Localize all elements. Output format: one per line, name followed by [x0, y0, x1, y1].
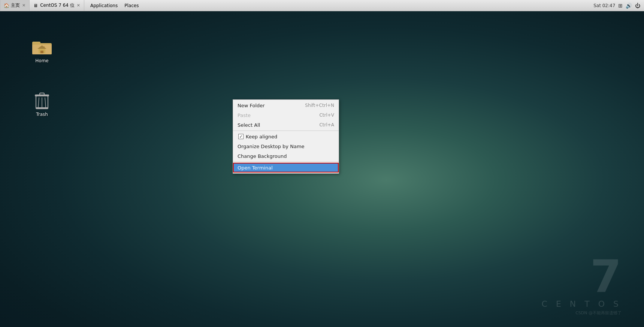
clock: Sat 02:47: [593, 3, 615, 8]
context-menu: New Folder Shift+Ctrl+N Paste Ctrl+V Sel…: [233, 99, 339, 174]
context-menu-paste: Paste Ctrl+V: [233, 110, 339, 120]
home-tab-icon: 🏠: [3, 3, 9, 9]
svg-line-10: [45, 98, 46, 107]
centos-watermark: 7 C E N T O S CSDN @不能再留遗憾了: [542, 254, 622, 316]
tab-home[interactable]: 🏠 主页 ✕: [0, 0, 30, 11]
network-icon[interactable]: ⊞: [618, 3, 623, 9]
context-menu-change-background[interactable]: Change Background: [233, 151, 339, 161]
power-icon[interactable]: ⏻: [635, 3, 640, 9]
home-folder-icon: [32, 37, 52, 57]
context-menu-open-terminal[interactable]: Open Terminal: [233, 163, 339, 172]
taskbar-menu: Applications Places: [84, 0, 145, 11]
centos-version-number: 7: [542, 254, 622, 299]
applications-menu[interactable]: Applications: [87, 2, 121, 9]
taskbar-right: Sat 02:47 ⊞ 🔊 ⏻: [590, 3, 644, 9]
context-menu-organize-desktop[interactable]: Organize Desktop by Name: [233, 141, 339, 151]
svg-rect-13: [36, 107, 48, 109]
svg-rect-5: [40, 51, 43, 53]
svg-rect-12: [40, 93, 44, 95]
svg-rect-6: [43, 46, 45, 49]
places-menu[interactable]: Places: [121, 2, 142, 9]
centos-tab-close[interactable]: ✕: [76, 3, 81, 8]
trash-can-icon: [32, 91, 52, 110]
menu-separator-2: [233, 162, 339, 162]
volume-icon[interactable]: 🔊: [626, 3, 632, 9]
home-tab-close[interactable]: ✕: [21, 3, 26, 8]
desktop: 🏠 主页 ✕ 🖥 CentOS 7 64 位 ✕ Applications Pl…: [0, 0, 644, 327]
taskbar: 🏠 主页 ✕ 🖥 CentOS 7 64 位 ✕ Applications Pl…: [0, 0, 644, 11]
svg-line-8: [38, 98, 39, 107]
centos-subtext: CSDN @不能再留遗憾了: [542, 310, 622, 316]
tab-centos[interactable]: 🖥 CentOS 7 64 位 ✕: [30, 0, 84, 11]
centos-text: C E N T O S: [542, 299, 622, 309]
centos-tab-icon: 🖥: [33, 3, 39, 9]
home-tab-label: 主页: [11, 2, 20, 9]
svg-rect-1: [32, 42, 40, 45]
desktop-icon-home[interactable]: Home: [27, 36, 57, 65]
keep-aligned-checkbox: ✓: [238, 134, 244, 139]
centos-tab-label: CentOS 7 64 位: [40, 2, 74, 9]
context-menu-select-all[interactable]: Select All Ctrl+A: [233, 120, 339, 130]
taskbar-left: 🏠 主页 ✕ 🖥 CentOS 7 64 位 ✕ Applications Pl…: [0, 0, 590, 11]
home-icon-label: Home: [35, 58, 48, 63]
menu-separator-1: [233, 130, 339, 131]
trash-icon-label: Trash: [36, 112, 48, 117]
context-menu-keep-aligned[interactable]: ✓ Keep aligned: [233, 132, 339, 141]
context-menu-new-folder[interactable]: New Folder Shift+Ctrl+N: [233, 100, 339, 110]
desktop-icon-trash[interactable]: Trash: [27, 89, 57, 118]
